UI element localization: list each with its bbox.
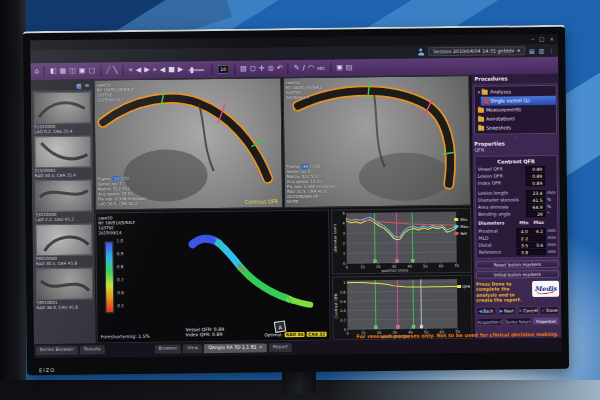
cine-icon[interactable]: ▢ (88, 67, 95, 74)
angiogram-thumbnail[interactable] (35, 223, 92, 256)
cancel-button[interactable]: ✕Cancel (517, 306, 538, 315)
y-axis-label: diameter (mm) (332, 216, 338, 260)
first-frame-icon[interactable]: « (128, 67, 132, 74)
svg-text:0.8: 0.8 (340, 290, 346, 294)
index-qfr-value: Index QFR: 0.89 (186, 332, 225, 338)
tree-item-label: Single vessel (1) (490, 98, 530, 103)
series-angles: LAO 2.2, CAU 45.2 (35, 217, 91, 223)
contour-icon[interactable]: ╱ (106, 67, 110, 74)
tab-report[interactable]: Report (269, 343, 292, 352)
series-angles: RAO 30.5, CRA 25.4 (35, 173, 91, 179)
select-icon[interactable]: ▧ (240, 66, 247, 73)
done-button[interactable]: ✓Done (540, 305, 560, 314)
tab-acquisition-guide[interactable]: Acquisition Guide (476, 317, 503, 325)
movie-export-icon[interactable]: ▤ (346, 64, 353, 71)
maximize-button[interactable]: □ (539, 36, 544, 42)
snapshot-icon[interactable]: ▣ (336, 64, 343, 71)
play-icon[interactable]: ▶ (178, 66, 183, 73)
angiogram-thumbnail[interactable] (36, 267, 93, 300)
angiogram-thumbnail[interactable] (34, 135, 91, 168)
home-icon[interactable]: ⌂ (34, 68, 39, 75)
tab-view[interactable]: View (183, 344, 202, 353)
row-label: Bending angle (478, 211, 525, 217)
stop-icon[interactable]: ■ (168, 66, 175, 73)
tab-browser[interactable]: Browser (155, 344, 182, 353)
frame-slider-knob[interactable] (190, 67, 193, 73)
screens-icon[interactable]: ▥ (538, 47, 544, 54)
session-dropdown[interactable]: Session 2019/04/04 14:31 gnbtdv ▾ (428, 46, 525, 56)
layout-grid-icon[interactable]: ▦ (59, 68, 66, 75)
toolbar-separator (100, 65, 101, 76)
pencil-icon[interactable]: ✎ (294, 65, 300, 72)
colorbar-tick: 0.9 (117, 251, 133, 256)
angiogram-view-right[interactable]: case10 NY 16051/05/54LF 163792 2015/09/1… (282, 75, 471, 208)
reset-lesion-markers-button[interactable]: Reset lesion markers (476, 260, 559, 269)
angiogram-thumbnail[interactable] (34, 92, 91, 125)
overlay-icon[interactable]: ▣ (79, 68, 86, 75)
layout-preset-icon[interactable]: ▤ (529, 47, 535, 54)
chevron-down-icon: ▾ (517, 48, 519, 53)
minimize-button[interactable]: ─ (531, 36, 534, 42)
text-annotation-icon[interactable]: ABC (317, 65, 325, 72)
vessel-3d-panel[interactable]: case10 NY 16051/05/54LF 163792 2015/09/1… (95, 210, 331, 344)
qfr-chart[interactable]: 00.20.40.60.81010203040506070 Contrast Q… (332, 275, 473, 341)
colorbar-tick: 0.6 (117, 290, 133, 295)
tab-results[interactable]: Results (80, 345, 105, 354)
diameter-chart[interactable]: 012345010203040506070 diameter (mm) posi… (331, 208, 472, 275)
close-button[interactable]: × (549, 36, 554, 42)
close-tab-icon[interactable]: × (259, 344, 263, 349)
angiogram-thumbnail[interactable] (35, 179, 92, 212)
series-thumbnail-item[interactable]: S9010001 RAO 36.0, CAU 45.8 (36, 267, 93, 310)
marker-icon[interactable]: ╲ (113, 67, 117, 74)
next-icon: ▶ (499, 308, 503, 313)
last-frame-icon[interactable]: » (152, 67, 156, 74)
svg-text:0.2: 0.2 (340, 318, 346, 322)
back-button[interactable]: ◀Back (476, 306, 496, 315)
tab-series-selection[interactable]: Series Selection (504, 317, 531, 325)
tab-properties[interactable]: Properties (532, 316, 559, 324)
grid-view-icon[interactable]: ▦ (76, 81, 82, 88)
prev-frame-icon[interactable]: ◀ (136, 67, 141, 74)
properties-subtitle: QFR (474, 147, 557, 154)
next-label: Next (504, 308, 514, 313)
frame-slider[interactable] (188, 69, 204, 71)
magnify-icon[interactable]: ○ (250, 65, 256, 72)
next-button[interactable]: ▶Next (497, 306, 517, 315)
lasso-icon[interactable]: ◠ (308, 65, 314, 72)
session-label: Session 2019/04/04 14:31 gnbtdv (433, 48, 514, 54)
overflow-menu-icon[interactable]: ⋮ (548, 47, 554, 54)
orientation-cube-icon[interactable]: A (274, 320, 287, 333)
done-icon: ✓ (541, 308, 545, 313)
contrast-icon[interactable]: ◎ (268, 65, 274, 72)
angiogram-view-left[interactable]: case10 NY 16051/05/54LF 163792 2015/09/1… (94, 77, 284, 210)
play-reverse-icon[interactable]: ◀ (160, 67, 165, 74)
initial-lesion-markers-button[interactable]: Initial lesion markers (476, 270, 559, 279)
patient-line: 2015/09/14 (98, 230, 135, 235)
row-unit: mm (547, 249, 556, 254)
next-frame-icon[interactable]: ▶ (144, 67, 149, 74)
window-level-icon[interactable]: ◧ (50, 68, 57, 75)
series-browser: ▦ ≡ S1010000 LAO 0.2, CRA 25.4 S1010001 … (31, 79, 97, 344)
tree-expand-icon[interactable]: ▾ (478, 90, 480, 95)
monitor-logo: EIZO (39, 367, 55, 373)
row-max: 4.2 (531, 227, 545, 233)
layout-split-icon[interactable]: ◫ (69, 68, 76, 75)
list-view-icon[interactable]: ≡ (85, 81, 90, 88)
series-thumbnail-item[interactable]: S1010001 RAO 30.5, CRA 25.4 (34, 136, 91, 179)
tab-qangio-xa-3d[interactable]: QAngio XA 3D 1.1 B1× (204, 343, 267, 353)
orientation-letter: A (278, 323, 282, 329)
series-thumbnail-item[interactable]: S9010000 RAO 30.5, CRA 45.8 (35, 224, 92, 267)
tab-spacer (107, 345, 153, 346)
series-thumbnail-item[interactable]: S3010000 LAO 2.2, CAU 45.2 (35, 180, 92, 223)
tab-series-browser[interactable]: Series Browser (36, 346, 78, 356)
table-row: Reference3.8mm (479, 248, 556, 256)
colorbar-tick: 0.5 (117, 303, 133, 308)
series-angles: LAO 0.2, CRA 25.4 (34, 129, 90, 135)
series-angles: RAO 30.5, CRA 45.8 (36, 261, 92, 267)
tree-item-snapshots[interactable]: Snapshots (475, 123, 556, 133)
line-icon[interactable]: ∕ (302, 65, 304, 72)
series-thumbnail-item[interactable]: S1010000 LAO 0.2, CRA 25.4 (34, 92, 91, 135)
undo-icon[interactable]: ↶ (277, 65, 283, 72)
tree-item-label: Snapshots (486, 125, 511, 130)
pan-icon[interactable]: ✛ (259, 65, 265, 72)
